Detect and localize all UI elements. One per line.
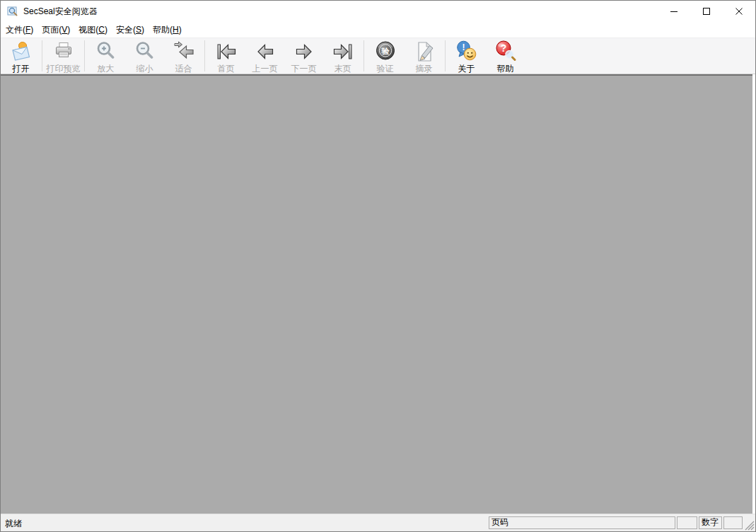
toolbar-button-label: 适合 xyxy=(175,63,192,75)
open-button[interactable]: 打开 xyxy=(1,38,40,74)
window-controls xyxy=(658,1,755,22)
about-icon: ! xyxy=(455,40,478,63)
extract-button[interactable]: 摘录 xyxy=(405,38,443,74)
menu-label: 视图( xyxy=(78,25,98,35)
verify-icon: 验 xyxy=(374,40,397,63)
toolbar-button-label: 上一页 xyxy=(252,63,278,75)
toolbar-button-label: 验证 xyxy=(377,63,394,75)
verify-glyph: 验 xyxy=(380,47,390,55)
fit-page-icon xyxy=(173,40,195,63)
toolbar-button-label: 帮助 xyxy=(497,63,514,75)
about-button[interactable]: ! 关于 xyxy=(447,38,486,74)
previous-page-button[interactable]: 上一页 xyxy=(245,38,284,74)
toolbar-button-label: 下一页 xyxy=(291,63,317,75)
last-page-icon xyxy=(332,40,354,63)
zoom-in-button[interactable]: 放大 xyxy=(86,38,125,74)
maximize-button[interactable] xyxy=(690,1,723,22)
print-preview-button[interactable]: 打印预览 xyxy=(44,38,83,74)
help-icon: ? xyxy=(494,40,517,63)
toolbar-button-label: 放大 xyxy=(98,63,115,75)
verify-button[interactable]: 验 验证 xyxy=(366,38,405,74)
maximize-icon xyxy=(703,8,710,15)
menu-label: ) xyxy=(141,25,144,35)
menu-item-page[interactable]: 页面(V) xyxy=(37,22,74,38)
extract-icon xyxy=(413,40,436,63)
minimize-icon xyxy=(670,8,678,15)
next-page-button[interactable]: 下一页 xyxy=(284,38,323,74)
status-message: 就绪 xyxy=(5,518,22,530)
toolbar-separator xyxy=(84,40,85,71)
toolbar-button-label: 打印预览 xyxy=(47,63,81,75)
fit-button[interactable]: 适合 xyxy=(164,38,203,74)
menu-bar: 文件(F) 页面(V) 视图(C) 安全(S) 帮助(H) xyxy=(1,22,755,37)
status-pane-page-number: 页码 xyxy=(489,516,675,529)
title-bar: SecSeal安全阅览器 xyxy=(1,1,755,22)
menu-mnemonic: C xyxy=(98,25,105,35)
zoom-out-icon xyxy=(134,40,156,63)
toolbar: 打开 打印预览 放大 xyxy=(1,37,755,74)
toolbar-button-label: 关于 xyxy=(458,63,475,75)
status-pane-empty-2 xyxy=(723,516,743,529)
menu-mnemonic: S xyxy=(136,25,141,35)
previous-page-icon xyxy=(254,40,277,63)
toolbar-separator xyxy=(445,40,446,71)
menu-label: 安全( xyxy=(116,25,136,35)
toolbar-button-label: 打开 xyxy=(13,63,30,75)
main-area xyxy=(1,74,755,514)
zoom-in-icon xyxy=(95,40,117,63)
close-button[interactable] xyxy=(723,1,755,22)
help-glyph: ? xyxy=(500,42,506,54)
zoom-out-button[interactable]: 缩小 xyxy=(125,38,164,74)
resize-grip[interactable] xyxy=(745,521,755,531)
next-page-icon xyxy=(293,40,315,63)
toolbar-button-label: 摘录 xyxy=(416,63,433,75)
menu-label: 文件( xyxy=(6,25,25,35)
print-preview-icon xyxy=(52,40,75,63)
menu-item-help[interactable]: 帮助(H) xyxy=(149,22,186,38)
menu-label: ) xyxy=(179,25,182,35)
last-page-button[interactable]: 末页 xyxy=(323,38,362,74)
menu-label: ) xyxy=(67,25,70,35)
minimize-button[interactable] xyxy=(658,1,690,22)
toolbar-separator xyxy=(204,40,205,71)
menu-item-view[interactable]: 视图(C) xyxy=(74,22,112,38)
first-page-icon xyxy=(215,40,238,63)
menu-mnemonic: H xyxy=(173,25,179,35)
menu-label: ) xyxy=(30,25,33,35)
menu-item-security[interactable]: 安全(S) xyxy=(112,22,149,38)
about-glyph: ! xyxy=(462,42,465,52)
menu-label: ) xyxy=(105,25,107,35)
close-icon xyxy=(735,8,743,15)
status-pane-number: 数字 xyxy=(699,516,722,529)
status-bar: 就绪 页码 数字 xyxy=(1,514,755,531)
first-page-button[interactable]: 首页 xyxy=(207,38,245,74)
toolbar-separator xyxy=(364,40,364,71)
status-pane-empty-1 xyxy=(677,516,697,529)
document-viewport xyxy=(1,74,752,514)
menu-label: 页面( xyxy=(42,25,62,35)
toolbar-button-label: 末页 xyxy=(335,63,351,75)
magnifier-document-icon xyxy=(7,6,18,17)
help-button[interactable]: ? 帮助 xyxy=(486,38,525,74)
menu-label: 帮助( xyxy=(153,25,173,35)
toolbar-button-label: 缩小 xyxy=(136,63,153,75)
toolbar-button-label: 首页 xyxy=(218,63,235,75)
open-document-icon xyxy=(10,40,33,63)
menu-item-file[interactable]: 文件(F) xyxy=(1,22,37,38)
app-window: SecSeal安全阅览器 文件(F) 页面(V) 视图(C) 安全(S xyxy=(0,0,756,532)
toolbar-separator xyxy=(42,40,42,71)
window-title: SecSeal安全阅览器 xyxy=(23,6,98,18)
